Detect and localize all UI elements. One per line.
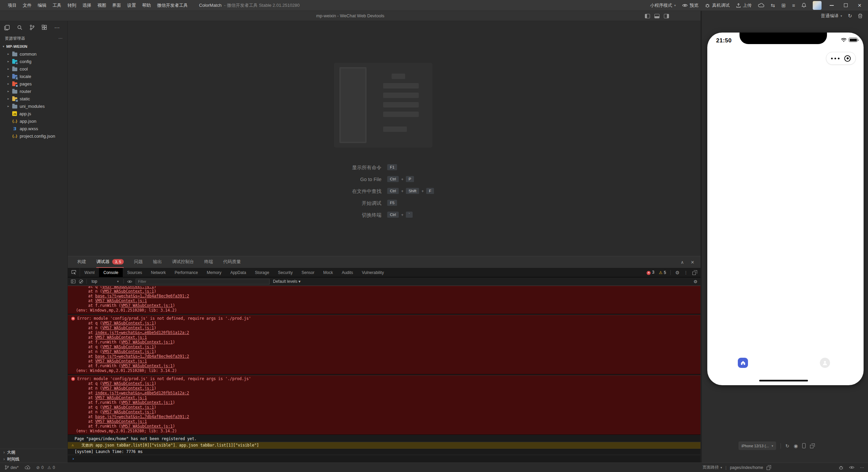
maximize-button[interactable] [842, 2, 849, 9]
menu-item-视图[interactable]: 视图 [94, 2, 109, 8]
menu-item-项目[interactable]: 项目 [5, 2, 20, 8]
devtools-tab-Console[interactable]: Console [99, 268, 123, 277]
tree-item-cool[interactable]: ▸cool [0, 65, 67, 73]
menu-item-帮助[interactable]: 帮助 [139, 2, 154, 8]
compile-mode-dropdown[interactable]: 普通编译▾ [821, 13, 842, 19]
devtools-tab-Wxml[interactable]: Wxml [80, 268, 99, 277]
toggle-rightbar-icon[interactable] [664, 14, 669, 18]
console-warning-count[interactable]: ⚠5 [659, 270, 666, 275]
stack-link[interactable]: VM57 WASubContext.js:1 [102, 410, 154, 414]
console-output[interactable]: at q (VM57 WASubContext.js:1)at n (VM57 … [68, 286, 701, 463]
stack-link[interactable]: VM57 WASubContext.js:1 [102, 321, 154, 326]
stack-link[interactable]: base.js?t=wechat&s=1…7db4af8ec9e6fa391:2 [95, 294, 189, 298]
more-dots-icon[interactable] [831, 58, 840, 59]
tree-item-uni_modules[interactable]: ▸uni_modules [0, 102, 67, 110]
page-path-dropdown[interactable]: 页面路径 ▾ [703, 465, 722, 470]
filter-input[interactable] [136, 279, 270, 284]
stack-link[interactable]: VM57 WASubContext.js:1 [102, 286, 154, 289]
minimize-button[interactable] [828, 2, 835, 9]
explorer-more-icon[interactable]: ⋯ [58, 36, 63, 41]
devtools-tab-Vulnerability[interactable]: Vulnerability [357, 268, 388, 277]
menu-item-微信开发者工具[interactable]: 微信开发者工具 [154, 2, 191, 8]
toggle-panel-icon[interactable] [654, 14, 659, 18]
stack-link[interactable]: index.js?t=wechat&s=…e8be5d120fb51a12a:2 [95, 330, 189, 335]
devtools-tab-Security[interactable]: Security [274, 268, 297, 277]
avatar[interactable] [813, 1, 822, 10]
panel-tab-调试控制台[interactable]: 调试控制台 [172, 256, 194, 268]
devtools-tab-AppData[interactable]: AppData [226, 268, 251, 277]
devtools-tab-Sources[interactable]: Sources [123, 268, 146, 277]
devtools-settings-icon[interactable]: ⚙ [675, 270, 679, 275]
tree-item-pages[interactable]: ▸◉pages [0, 80, 67, 87]
collapse-panel-icon[interactable]: ∧ [681, 260, 684, 265]
git-branch-item[interactable]: dev* [5, 465, 19, 470]
menu-item-设置[interactable]: 设置 [124, 2, 139, 8]
clear-cache-icon[interactable] [858, 14, 863, 18]
tabbar-home-icon[interactable] [738, 358, 748, 368]
devtools-kebab-icon[interactable]: ⋮ [684, 270, 688, 275]
popout-simulator-icon[interactable] [810, 445, 813, 448]
stack-link[interactable]: VM57 WASubContext.js:1 [121, 303, 173, 308]
close-panel-icon[interactable]: ✕ [691, 260, 694, 265]
inspect-element-icon[interactable] [68, 268, 80, 277]
menu-item-编辑[interactable]: 编辑 [35, 2, 50, 8]
console-sidebar-icon[interactable] [71, 279, 76, 283]
stack-link[interactable]: VM57 WASubContext.js:1 [121, 340, 173, 345]
tabbar-user-icon[interactable] [820, 358, 830, 368]
capsule-menu[interactable] [826, 52, 856, 65]
stack-link[interactable]: VM57 WASubContext.js:1 [102, 405, 154, 410]
menu-item-选择[interactable]: 选择 [79, 2, 94, 8]
console-error-count[interactable]: ✕3 [647, 270, 654, 275]
clear-console-icon[interactable] [79, 279, 83, 283]
devtools-tab-Sensor[interactable]: Sensor [297, 268, 319, 277]
tree-item-app.json[interactable]: {..}app.json [0, 117, 67, 125]
stack-link[interactable]: VM57 WASubContext.js:1 [121, 363, 173, 368]
devtools-popout-icon[interactable] [692, 272, 696, 275]
stack-link[interactable]: VM57 WASubContext.js:1 [95, 359, 147, 363]
device-selector[interactable]: iPhone 12/13 (... ▾ [738, 441, 776, 450]
switch-arrows-icon[interactable]: ⇆ [771, 2, 775, 8]
devtools-tab-Performance[interactable]: Performance [170, 268, 202, 277]
refresh-icon[interactable]: ↻ [848, 13, 852, 19]
devtools-tab-Mock[interactable]: Mock [319, 268, 337, 277]
panel-tab-调试器[interactable]: 调试器3, 5 [96, 256, 124, 268]
cloud-icon[interactable] [758, 3, 764, 7]
sidebar-section-时间线[interactable]: ›时间线 [0, 456, 67, 463]
stack-link[interactable]: VM57 WASubContext.js:1 [95, 419, 147, 424]
menu-item-界面[interactable]: 界面 [109, 2, 124, 8]
record-icon[interactable]: ◉ [794, 443, 798, 449]
context-selector[interactable]: top ▾ [90, 279, 120, 284]
menu-item-文件[interactable]: 文件 [20, 2, 35, 8]
mode-dropdown[interactable]: 小程序模式▾ [650, 2, 676, 8]
tree-root[interactable]: ▾ MP-WEIXIN [0, 43, 67, 50]
stack-link[interactable]: VM57 WASubContext.js:1 [95, 395, 147, 400]
stack-link[interactable]: VM57 WASubContext.js:1 [102, 326, 154, 330]
stack-link[interactable]: VM57 WASubContext.js:1 [102, 386, 154, 391]
copy-path-icon[interactable] [767, 467, 770, 470]
tree-item-static[interactable]: ▸▤static [0, 95, 67, 102]
menu-item-转到[interactable]: 转到 [64, 2, 79, 8]
console-prompt[interactable]: › [68, 455, 701, 461]
stack-link[interactable]: VM57 WASubContext.js:1 [121, 424, 173, 429]
watch-eye-icon[interactable] [849, 466, 854, 469]
sync-item[interactable] [25, 466, 30, 469]
live-expression-icon[interactable] [127, 280, 132, 283]
stack-link[interactable]: base.js?t=wechat&s=1…7db4af8ec9e6fa391:2 [95, 414, 189, 419]
log-levels-dropdown[interactable]: Default levels ▾ [273, 279, 300, 284]
stack-link[interactable]: VM57 WASubContext.js:1 [102, 345, 154, 349]
stack-link[interactable]: VM57 WASubContext.js:1 [95, 335, 147, 340]
list-menu-icon[interactable]: ≡ [792, 2, 795, 8]
panel-tab-终端[interactable]: 终端 [204, 256, 213, 268]
tree-item-project.config.json[interactable]: {..}project.config.json [0, 132, 67, 140]
panel-tab-问题[interactable]: 问题 [134, 256, 143, 268]
bell-icon[interactable] [802, 3, 806, 8]
stack-link[interactable]: VM57 WASubContext.js:1 [102, 381, 154, 386]
devtools-tab-Storage[interactable]: Storage [251, 268, 274, 277]
stack-link[interactable]: index.js?t=wechat&s=…e8be5d120fb51a12a:2 [95, 391, 189, 395]
search-icon[interactable] [17, 25, 22, 30]
stack-link[interactable]: VM57 WASubContext.js:1 [121, 400, 173, 405]
problems-item[interactable]: ⊘ 0 ⚠ 0 [36, 465, 55, 470]
stack-link[interactable]: base.js?t=wechat&s=1…7db4af8ec9e6fa391:2 [95, 354, 189, 359]
tree-item-app.js[interactable]: JSapp.js [0, 110, 67, 117]
menu-item-工具[interactable]: 工具 [50, 2, 64, 8]
